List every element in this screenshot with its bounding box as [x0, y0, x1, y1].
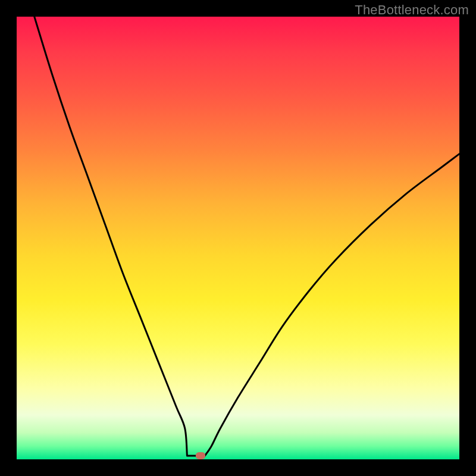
watermark-text: TheBottleneck.com: [355, 2, 469, 18]
bottleneck-curve: [35, 17, 459, 456]
minimum-marker: [196, 452, 205, 459]
curve-svg: [17, 17, 459, 459]
chart-frame: TheBottleneck.com: [0, 0, 476, 476]
plot-area: [17, 17, 459, 459]
